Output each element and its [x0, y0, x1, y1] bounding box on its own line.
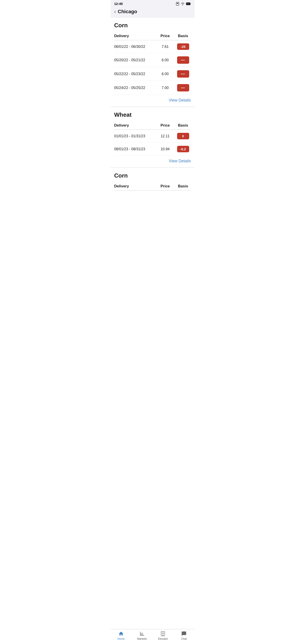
cell-price: 7.61 — [155, 45, 175, 49]
table-row: 05/20/22 - 05/21/226.00— — [114, 53, 191, 67]
cell-delivery: 01/01/23 - 01/31/23 — [114, 134, 155, 138]
section-title-corn-2: Corn — [114, 172, 191, 179]
cell-basis: — — [175, 70, 191, 78]
view-details-link-corn-1[interactable]: View Details — [169, 98, 191, 103]
table-row: 05/24/22 - 05/25/227.00— — [114, 81, 191, 95]
cell-price: 10.94 — [155, 147, 175, 151]
cell-basis: -25 — [175, 44, 191, 50]
col-header-basis: Basis — [175, 34, 191, 38]
cell-basis: 0 — [175, 133, 191, 139]
table-row: 06/01/22 - 06/30/227.61-25 — [114, 40, 191, 53]
cell-delivery: 05/22/22 - 05/23/22 — [114, 72, 155, 76]
basis-badge: 0 — [177, 133, 189, 139]
section-title-corn-1: Corn — [114, 22, 191, 29]
page-title: Chicago — [118, 9, 137, 14]
table-row: 01/01/23 - 01/31/2312.110 — [114, 130, 191, 143]
elevator-icon — [160, 631, 166, 636]
nav-label-chat: Chat — [181, 637, 187, 640]
cell-price: 6.00 — [155, 58, 175, 62]
col-header-price: Price — [155, 184, 175, 188]
col-header-delivery: Delivery — [114, 184, 155, 188]
sim-icon — [176, 2, 179, 6]
cell-delivery: 06/01/22 - 06/30/22 — [114, 45, 155, 49]
cell-delivery: 05/20/22 - 05/21/22 — [114, 58, 155, 62]
bottom-nav: Home Markets Elevator Chat — [111, 629, 194, 644]
cell-delivery: 05/24/22 - 05/25/22 — [114, 86, 155, 90]
col-header-price: Price — [155, 123, 175, 128]
nav-item-chat[interactable]: Chat — [176, 631, 192, 640]
table-row: 05/22/22 - 05/23/226.00— — [114, 67, 191, 81]
cell-delivery: 08/01/23 - 08/31/23 — [114, 147, 155, 151]
section-title-wheat-1: Wheat — [114, 111, 191, 118]
col-header-price: Price — [155, 34, 175, 38]
main-content: CornDeliveryPriceBasis06/01/22 - 06/30/2… — [111, 18, 194, 208]
cell-price: 12.11 — [155, 134, 175, 138]
basis-badge: -0.2 — [177, 146, 189, 152]
svg-rect-3 — [186, 3, 190, 5]
cell-basis: — — [175, 84, 191, 92]
status-time: 12:45 — [114, 2, 123, 6]
cell-basis: -0.2 — [175, 146, 191, 152]
col-header-delivery: Delivery — [114, 123, 155, 128]
col-header-basis: Basis — [175, 123, 191, 128]
table-header-wheat-1: DeliveryPriceBasis — [114, 122, 191, 130]
cell-basis: — — [175, 56, 191, 64]
chat-icon — [181, 631, 187, 636]
basis-badge: — — [177, 70, 189, 78]
section-corn-1: CornDeliveryPriceBasis06/01/22 - 06/30/2… — [111, 18, 194, 107]
basis-badge: — — [177, 84, 189, 92]
nav-item-elevator[interactable]: Elevator — [155, 631, 171, 640]
table-header-corn-2: DeliveryPriceBasis — [114, 183, 191, 190]
status-bar: 12:45 — [111, 0, 194, 6]
view-details-row-corn-1: View Details — [114, 95, 191, 107]
nav-header: ‹ Chicago — [111, 6, 194, 18]
status-icons — [176, 2, 191, 6]
nav-item-markets[interactable]: Markets — [134, 631, 150, 640]
cell-price: 7.00 — [155, 86, 175, 90]
back-button[interactable]: ‹ — [114, 9, 116, 14]
nav-label-home: Home — [118, 637, 124, 640]
section-wheat-1: WheatDeliveryPriceBasis01/01/23 - 01/31/… — [111, 107, 194, 168]
cell-price: 6.00 — [155, 72, 175, 76]
nav-label-markets: Markets — [137, 637, 147, 640]
nav-item-home[interactable]: Home — [113, 631, 129, 640]
nav-label-elevator: Elevator — [158, 637, 168, 640]
basis-badge: -25 — [177, 44, 189, 50]
markets-icon — [139, 631, 145, 636]
basis-badge: — — [177, 56, 189, 64]
table-header-corn-1: DeliveryPriceBasis — [114, 32, 191, 40]
wifi-icon — [181, 2, 185, 5]
table-row: 08/01/23 - 08/31/2310.94-0.2 — [114, 143, 191, 156]
col-header-delivery: Delivery — [114, 34, 155, 38]
view-details-link-wheat-1[interactable]: View Details — [169, 159, 191, 164]
home-icon — [118, 631, 124, 636]
view-details-row-wheat-1: View Details — [114, 156, 191, 168]
col-header-basis: Basis — [175, 184, 191, 188]
section-corn-2: CornDeliveryPriceBasis — [111, 168, 194, 190]
battery-icon — [186, 2, 191, 5]
svg-rect-1 — [177, 3, 178, 4]
